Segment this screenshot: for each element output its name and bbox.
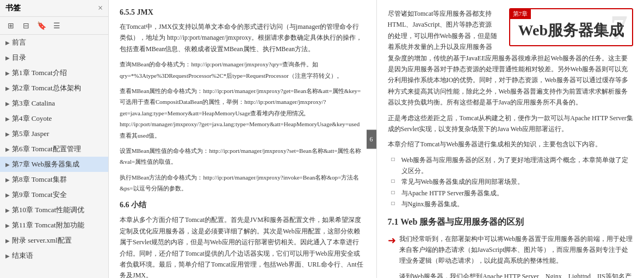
jmx-item2: 查看MBean属性的命令格式为：http://ip:port/manager/j… (120, 85, 366, 141)
jmx-item1: 查询MBean的命令格式为：http://ip:port/manager/jmx… (120, 59, 366, 81)
chapter-title: Web服务器集成 (518, 20, 624, 41)
collapse-icon[interactable]: ⊟ (21, 20, 32, 31)
sidebar-item-ch11[interactable]: ▶ 第11章 Tomcat附加功能 (0, 218, 108, 233)
sidebar-item-label: 前言 (12, 38, 26, 47)
sidebar-item-label: 第10章 Tomcat性能调优 (12, 205, 84, 215)
sidebar-item-appendix[interactable]: ▶ 附录 server.xml配置 (0, 233, 108, 248)
jmx-item4: 执行MBean方法的命令格式为：http://ip:port/manager/j… (120, 172, 366, 194)
sidebar-item-label: 第1章 Tomcat介绍 (12, 68, 67, 78)
bullet-1: Web服务器与应用服务器的区别，为了更好地理清这两个概念，本章简单做了定义区分。 (396, 155, 634, 177)
right-page: 第7章 Web服务器集成 7 尽管诸如Tomcat等应用服务器都支持HTML、J… (377, 0, 645, 278)
jmx-item3-text: 设置MBean属性值的命令格式为：http://ip:port/manager/… (120, 147, 361, 165)
section-71-text: 我们经常听到，在部署架构中可以将Web服务器置于应用服务器的前端，用于处理来自客… (399, 233, 634, 278)
arrow-icon: ▶ (5, 238, 10, 244)
sidebar-item-label: 第2章 Tomcat总体架构 (12, 83, 81, 93)
arrow-icon: ▶ (5, 253, 10, 259)
bullet-2: 常见与Web服务器集成的应用间部署场景。 (396, 176, 634, 187)
sidebar-item-ch1[interactable]: ▶ 第1章 Tomcat介绍 (0, 65, 108, 81)
arrow-icon: ▶ (5, 40, 10, 46)
sidebar-item-ch3[interactable]: ▶ 第3章 Catalina (0, 96, 108, 111)
sidebar-toolbar: ⊞ ⊟ 🔖 ☰ (0, 17, 108, 35)
bullet-4: 与Nginx服务器集成。 (396, 199, 634, 209)
sidebar-item-label: 附录 server.xml配置 (12, 236, 72, 245)
bullet-3: 与Apache HTTP Server服务器集成。 (396, 188, 634, 199)
sidebar-item-ch9[interactable]: ▶ 第9章 Tomcat安全 (0, 187, 108, 202)
section-71-title: 7.1 Web 服务器与应用服务器的区别 (388, 217, 634, 228)
arrow-icon: ▶ (5, 55, 10, 61)
sidebar-item-label: 第8章 Tomcat集群 (12, 175, 67, 184)
sidebar-item-preface[interactable]: ▶ 前言 (0, 35, 108, 50)
chapter-header-box: 第7章 Web服务器集成 7 (509, 8, 633, 46)
sidebar-item-label: 目录 (12, 53, 26, 63)
arrow-icon: ▶ (5, 146, 10, 152)
intro-p3: 本章介绍了Tomcat与Web服务器进行集成相关的知识，主要包含以下内容。 (388, 139, 634, 150)
section-71-content: ➜ 我们经常听到，在部署架构中可以将Web服务器置于应用服务器的前端，用于处理来… (388, 233, 634, 278)
sidebar: 书签 × ⊞ ⊟ 🔖 ☰ ▶ 前言 ▶ 目录 ▶ 第1章 Tomcat介绍 ▶ … (0, 0, 109, 278)
arrow-icon: ▶ (5, 101, 10, 107)
arrow-icon: ▶ (5, 177, 10, 183)
sidebar-item-label: 第3章 Catalina (12, 98, 55, 108)
section-66-p1: 本章从多个方面介绍了Tomcat的配置。首先是JVM和服务器配置文件，如果希望深… (120, 214, 366, 278)
arrow-icon: ▶ (5, 207, 10, 213)
arrow-icon: ▶ (5, 192, 10, 198)
sidebar-item-ch7[interactable]: ◀ ▶ 第7章 Web服务器集成 (0, 157, 108, 172)
chapter-intro-area: 第7章 Web服务器集成 7 尽管诸如Tomcat等应用服务器都支持HTML、J… (388, 8, 634, 210)
arrow-icon: ▶ (5, 85, 10, 91)
section-71-p2: 谈到Web服务器，我们会想到Apache HTTP Server、Nginx、L… (399, 271, 634, 278)
arrow-icon: ▶ (5, 223, 10, 228)
sidebar-item-toc[interactable]: ▶ 目录 (0, 50, 108, 65)
jmx-item4-text: 执行MBean方法的命令格式为：http://ip:port/manager/j… (120, 174, 359, 191)
sidebar-item-conclusion[interactable]: ▶ 结束语 (0, 248, 108, 263)
sidebar-item-label: 第9章 Tomcat安全 (12, 190, 67, 200)
close-button[interactable]: × (98, 3, 103, 13)
main-content: 6.5.5 JMX 在Tomcat中，JMX仅支持以简单文本命令的形式进行访问（… (109, 0, 644, 278)
jmx-item2-text: 查看MBean属性的命令格式为：http://ip:port/manager/j… (120, 88, 361, 139)
sidebar-item-ch4[interactable]: ▶ 第4章 Coyote (0, 111, 108, 126)
section-71-p1: 我们经常听到，在部署架构中可以将Web服务器置于应用服务器的前端，用于处理来自客… (399, 233, 634, 267)
arrow-icon: ▶ (5, 162, 10, 168)
page-badge[interactable]: 6 (367, 129, 376, 149)
arrow-icon: ▶ (5, 70, 10, 76)
intro-p2: 正是考虑这些差距之后，Tomcat从构建之初，便作为一款可以与Apache HT… (388, 113, 634, 135)
sidebar-item-label: 第4章 Coyote (12, 114, 52, 123)
arrow-icon: ▶ (5, 116, 10, 122)
chapter-header-area: 第7章 Web服务器集成 7 尽管诸如Tomcat等应用服务器都支持HTML、J… (388, 8, 634, 210)
jmx-item3: 设置MBean属性值的命令格式为：http://ip:port/manager/… (120, 145, 366, 168)
sidebar-item-label: 第5章 Jasper (12, 129, 49, 139)
sidebar-title: 书签 (5, 3, 21, 13)
menu-icon[interactable]: ☰ (51, 20, 62, 31)
sidebar-item-ch6[interactable]: ▶ 第6章 Tomcat配置管理 (0, 141, 108, 157)
sidebar-item-ch10[interactable]: ▶ 第10章 Tomcat性能调优 (0, 202, 108, 218)
red-arrow-icon: ➜ (388, 234, 396, 246)
sidebar-item-label: 第11章 Tomcat附加功能 (12, 220, 84, 230)
sidebar-item-label: 结束语 (12, 251, 33, 261)
jmx-item1-text: 查询MBean的命令格式为：http://ip:port/manager/jmx… (120, 61, 343, 78)
sidebar-item-ch5[interactable]: ▶ 第5章 Jasper (0, 126, 108, 141)
sidebar-nav: ▶ 前言 ▶ 目录 ▶ 第1章 Tomcat介绍 ▶ 第2章 Tomcat总体架… (0, 35, 108, 278)
sidebar-header: 书签 × (0, 0, 108, 17)
left-page: 6.5.5 JMX 在Tomcat中，JMX仅支持以简单文本命令的形式进行访问（… (109, 0, 377, 278)
chapter-label: 第7章 (510, 9, 531, 19)
sidebar-item-ch8[interactable]: ▶ 第8章 Tomcat集群 (0, 172, 108, 187)
expand-icon[interactable]: ⊞ (5, 20, 16, 31)
sidebar-item-label: 第6章 Tomcat配置管理 (12, 144, 81, 154)
chapter-bullets: Web服务器与应用服务器的区别，为了更好地理清这两个概念，本章简单做了定义区分。… (388, 155, 634, 210)
sidebar-item-label: 第7章 Web服务器集成 (12, 159, 79, 169)
section-66-title: 6.6 小结 (120, 200, 366, 210)
arrow-icon: ▶ (5, 131, 10, 137)
section-655-title: 6.5.5 JMX (120, 8, 366, 17)
bookmark-icon[interactable]: 🔖 (36, 20, 47, 31)
sidebar-item-ch2[interactable]: ▶ 第2章 Tomcat总体架构 (0, 81, 108, 96)
section-655-p1: 在Tomcat中，JMX仅支持以简单文本命令的形式进行访问（与jmanager的… (120, 21, 366, 54)
